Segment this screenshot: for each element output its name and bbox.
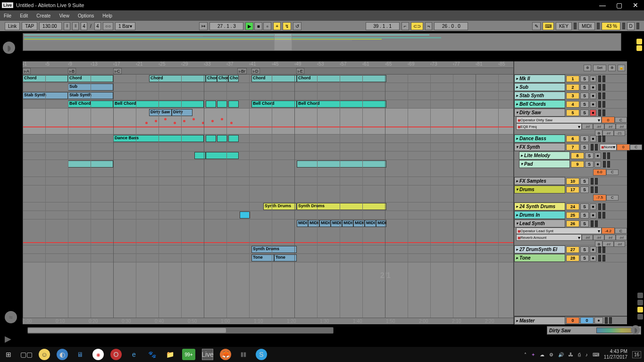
clip[interactable]: Chor xyxy=(206,75,217,82)
loop-start[interactable]: 39 . 1 . 1 xyxy=(366,22,400,30)
reenable-automation-button[interactable]: ↺ xyxy=(293,22,301,30)
device-title-bar[interactable]: Dirty Saw xyxy=(547,326,641,335)
edge-icon[interactable]: e xyxy=(128,349,140,360)
solo-button[interactable]: S xyxy=(580,212,589,219)
solo-button[interactable]: S xyxy=(580,135,589,142)
arm-button[interactable]: ● xyxy=(590,212,596,219)
track-title[interactable]: ▸Tone xyxy=(514,254,565,262)
computer-midi-button[interactable]: ⌨ xyxy=(543,22,554,30)
clip[interactable] xyxy=(228,101,239,108)
track-lane[interactable]: ToneTone xyxy=(23,254,513,262)
minimize-button[interactable]: — xyxy=(599,1,606,9)
track-activator[interactable]: 27 xyxy=(566,246,579,253)
arm-button[interactable]: ● xyxy=(590,76,596,82)
master-track-title[interactable]: ▸Master xyxy=(514,317,565,325)
start-button[interactable]: ⊞ xyxy=(3,349,14,360)
clip[interactable]: MIDI xyxy=(331,220,342,227)
track-header[interactable]: ▸Stab Synth3S● xyxy=(514,92,627,100)
locator-row[interactable]: ▹A▹B▹C▹Br▹D▹E xyxy=(23,68,513,75)
track-title[interactable]: ▸Drums In xyxy=(514,211,565,219)
sends-toggle[interactable] xyxy=(637,300,643,305)
solo-button[interactable]: S xyxy=(585,161,594,168)
follow-button[interactable]: ↦ xyxy=(199,22,208,30)
clip[interactable] xyxy=(206,135,216,142)
taskbar-badge-app[interactable]: 99+ xyxy=(182,349,195,360)
maximize-button[interactable]: ▢ xyxy=(616,1,622,9)
track-lane[interactable]: ChordChordChordChorChorChorChordChord xyxy=(23,75,513,83)
clip[interactable]: Chor xyxy=(228,75,239,82)
quantize-menu[interactable]: 1 Bar ▾ xyxy=(115,22,135,30)
track-lane[interactable]: Synth Drums xyxy=(23,245,513,254)
track-title[interactable]: ▸24 Synth Drums xyxy=(514,202,565,210)
solo-button[interactable]: S xyxy=(580,186,589,193)
clip[interactable] xyxy=(217,135,227,142)
clip[interactable] xyxy=(206,152,239,159)
system-tray[interactable]: ˄ ✦ ☁ ⚙ 🔊 🖧 ⎙ ♪ ⌨ 4:43 PM 11/27/2017 16 xyxy=(524,349,641,360)
track-header[interactable]: ▸Drums In25S● xyxy=(514,211,627,219)
param-c[interactable]: C xyxy=(615,228,627,234)
track-activator[interactable]: 7 xyxy=(566,144,579,151)
send-c[interactable]: C xyxy=(606,169,619,175)
tray-keyboard-icon[interactable]: ⌨ xyxy=(593,352,599,357)
track-title[interactable]: ▸Sub xyxy=(514,83,565,91)
taskbar-app-3[interactable]: 🖥 xyxy=(75,349,86,360)
arm-button[interactable]: ● xyxy=(594,161,601,168)
lock-button[interactable]: 🔒 xyxy=(618,65,625,71)
clip[interactable]: MIDI xyxy=(342,220,353,227)
draw-mode-button[interactable]: ✎ xyxy=(532,22,541,30)
track-header[interactable]: ▸Dance Bass6S● xyxy=(514,135,627,143)
tray-volume-icon[interactable]: 🔊 xyxy=(558,352,564,357)
chrome-icon[interactable]: ◉ xyxy=(92,349,104,360)
track-header[interactable]: ▾Pad9S●6.0C xyxy=(514,160,627,177)
track-activator[interactable]: 10 xyxy=(566,178,579,185)
tempo-field[interactable]: 130.00 xyxy=(39,22,62,30)
menu-create[interactable]: Create xyxy=(36,13,50,18)
track-lane[interactable]: Stab SynthStab Synth xyxy=(23,92,513,100)
track-lane[interactable]: Dance Bass xyxy=(23,135,513,143)
play-arrow-icon[interactable]: ▶ xyxy=(5,334,11,344)
set-button[interactable]: Set xyxy=(593,65,606,71)
arm-button[interactable]: ● xyxy=(590,93,596,99)
master-send-a[interactable]: 0 xyxy=(566,317,579,324)
track-title[interactable]: ▾FX Synth xyxy=(514,143,565,151)
metronome-button[interactable]: ○○ xyxy=(103,22,113,30)
track-header[interactable]: ▸Sub2S● xyxy=(514,83,627,92)
clip[interactable]: Synth Drums xyxy=(251,246,297,253)
param-value[interactable]: -inf xyxy=(604,124,616,129)
track-header[interactable]: ▸24 Synth Drums24S● xyxy=(514,202,627,211)
tray-icon-3[interactable]: ⚙ xyxy=(549,352,553,357)
clip[interactable]: Chord xyxy=(149,75,206,82)
param-c[interactable]: C xyxy=(615,117,627,123)
track-activator[interactable]: 25 xyxy=(566,212,579,219)
param-value[interactable]: -inf xyxy=(593,124,604,129)
io-toggle[interactable] xyxy=(637,293,643,298)
param-value[interactable]: -inf xyxy=(582,235,593,240)
clip[interactable] xyxy=(240,211,250,219)
track-header[interactable]: ▾FX Synth7S■ None ▾0C xyxy=(514,143,627,152)
tray-icon-1[interactable]: ✦ xyxy=(531,352,535,357)
tray-network-icon[interactable]: 🖧 xyxy=(569,352,573,357)
key-map-button[interactable]: KEY xyxy=(556,22,572,30)
tray-icon-2[interactable]: ☁ xyxy=(540,352,544,357)
locator-E[interactable]: ▹E xyxy=(296,68,304,74)
arrangement-overview[interactable] xyxy=(23,33,621,51)
play-button[interactable]: ▶ xyxy=(245,22,253,30)
track-lane[interactable] xyxy=(23,160,513,177)
arm-button[interactable]: ● xyxy=(590,109,596,116)
clip[interactable]: Synth Drums xyxy=(263,203,296,210)
solo-button[interactable]: S xyxy=(580,178,589,185)
beat-ruler[interactable]: ‹1‹5‹9‹13‹17‹21‹25‹29‹33‹37‹41‹45‹49‹53‹… xyxy=(23,61,513,68)
arrangement-position[interactable]: 27 . 1 . 3 xyxy=(209,22,243,30)
track-title[interactable]: ▸Stab Synth xyxy=(514,92,565,100)
track-header[interactable]: ▾Drums17S-7.5C xyxy=(514,185,627,202)
stop-button[interactable]: ■ xyxy=(254,22,262,30)
solo-button[interactable]: S xyxy=(580,84,589,91)
menu-edit[interactable]: Edit xyxy=(20,13,28,18)
master-solo[interactable]: ● xyxy=(594,317,603,324)
track-activator[interactable]: 17 xyxy=(566,186,579,193)
tempo-nudge-up[interactable]: ⦀ xyxy=(72,22,79,30)
punch-out-button[interactable]: ¬ xyxy=(425,22,433,30)
tempo-nudge-down[interactable]: ⦀ xyxy=(64,22,70,30)
close-button[interactable]: ✕ xyxy=(633,1,638,9)
track-title[interactable]: ▸Dance Bass xyxy=(514,135,565,143)
